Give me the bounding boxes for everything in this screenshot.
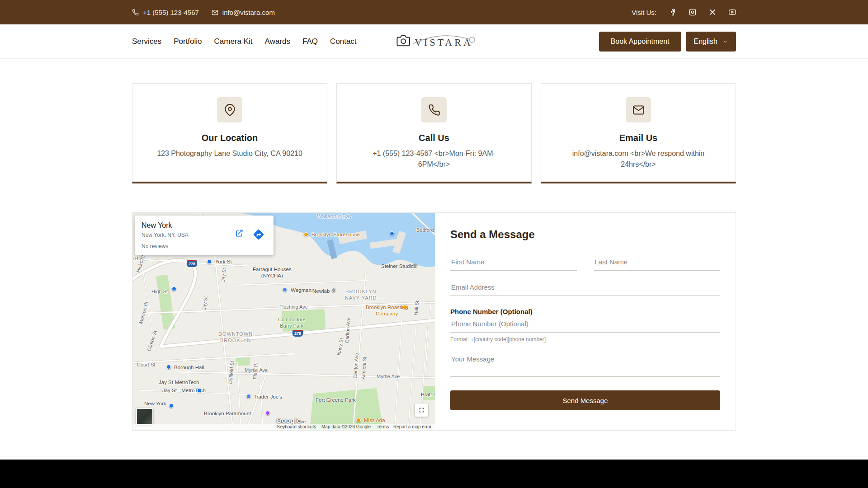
map-marker[interactable] [403,305,407,310]
camera-icon [395,34,411,49]
instagram-icon[interactable] [689,9,696,16]
map-pin-icon [224,104,236,116]
map-attribution-bar: Keyboard shortcuts Map data ©2026 Google… [132,424,435,430]
last-name-input[interactable] [594,253,721,271]
nav-link-camera-kit[interactable]: Camera Kit [214,37,253,46]
language-label: English [694,38,717,46]
book-appointment-button[interactable]: Book Appointment [599,32,681,52]
directions-icon[interactable] [253,229,264,240]
fullscreen-icon [418,406,425,414]
place-subtitle: New York, NY, USA [142,232,189,238]
map-marker[interactable] [390,231,394,236]
phone-input[interactable] [450,315,720,333]
card-title: Email Us [551,133,726,143]
map-marker[interactable] [331,288,336,292]
form-title: Send a Message [450,228,720,241]
map-marker[interactable] [265,411,270,415]
terms-link[interactable]: Terms [377,424,389,429]
nav-links: Services Portfolio Camera Kit Awards FAQ… [132,37,357,46]
nav-link-portfolio[interactable]: Portfolio [174,37,202,46]
mail-icon [212,9,218,16]
nav-link-faq[interactable]: FAQ [302,37,318,46]
phone-label: Phone Number (Optional) [450,308,720,315]
topbar-phone-text: +1 (555) 123-4567 [143,9,199,16]
navbar: Services Portfolio Camera Kit Awards FAQ… [0,24,868,59]
nav-link-contact[interactable]: Contact [330,37,357,46]
mail-icon [632,104,645,116]
place-title: New York [142,221,189,230]
topbar-email-text: info@vistara.com [222,9,275,16]
card-icon-box [217,97,242,122]
map-marker[interactable] [246,394,251,399]
call-card: Call Us +1 (555) 123-4567 <br>Mon-Fri: 9… [336,83,532,183]
map-marker[interactable] [197,388,202,393]
card-icon-box [421,97,447,122]
footer-divider [0,456,868,456]
chevron-down-icon [723,39,728,44]
map-marker[interactable] [169,404,174,408]
card-text: 123 Photography Lane Studio City, CA 902… [155,148,304,159]
place-reviews-link[interactable]: No reviews [142,243,189,249]
phone-icon [428,104,440,116]
email-card: Email Us info@vistara.com <br>We respond… [541,83,736,183]
map-marker[interactable] [356,418,361,422]
card-title: Call Us [347,133,521,143]
email-input[interactable] [450,279,720,296]
footer [0,460,868,488]
view-larger-map-icon[interactable] [235,229,244,238]
map-marker[interactable] [207,259,212,264]
brand-wordmark: VISTARA [415,35,473,48]
phone-icon [132,9,139,16]
card-text: +1 (555) 123-4567 <br>Mon-Fri: 9AM-6PM</… [359,148,509,170]
map-marker[interactable] [413,263,417,267]
keyboard-shortcuts-link[interactable]: Keyboard shortcuts [277,424,316,429]
footer-spacer [0,431,868,456]
card-title: Our Location [142,133,317,143]
google-map[interactable]: Wallabout BayBedfordBrooklyn StorehouseS… [132,213,435,430]
map-marker[interactable] [304,232,308,237]
map-marker[interactable] [166,365,171,369]
nav-link-awards[interactable]: Awards [265,37,290,46]
map-form-section: Wallabout BayBedfordBrooklyn StorehouseS… [132,212,736,431]
visit-us-label: Visit Us: [632,9,656,16]
map-place-card: New York New York, NY, USA No reviews [135,216,274,255]
brand-logo[interactable]: VISTARA [395,34,473,49]
send-message-button[interactable]: Send Message [450,390,720,410]
brand-swoosh [412,33,479,47]
fullscreen-button[interactable] [415,404,428,417]
card-text: info@vistara.com <br>We respond within 2… [564,148,713,170]
facebook-icon[interactable] [669,9,676,16]
satellite-toggle-thumbnail[interactable] [136,408,153,425]
map-data-text: Map data ©2026 Google [321,424,371,429]
language-dropdown[interactable]: English [686,32,736,52]
topbar: +1 (555) 123-4567 info@vistara.com Visit… [0,0,868,24]
location-card: Our Location 123 Photography Lane Studio… [132,83,327,183]
topbar-email[interactable]: info@vistara.com [212,9,275,16]
first-name-input[interactable] [450,253,577,271]
contact-info-cards: Our Location 123 Photography Lane Studio… [132,83,736,183]
topbar-phone[interactable]: +1 (555) 123-4567 [132,9,199,16]
youtube-icon[interactable] [729,9,736,16]
contact-form: Send a Message Phone Number (Optional) F… [435,213,736,430]
map-marker[interactable] [172,286,176,291]
x-twitter-icon[interactable] [709,9,716,16]
message-input[interactable] [450,351,720,377]
phone-format-hint: Format: +[country code][phone number] [450,336,720,343]
report-map-error-link[interactable]: Report a map error [393,424,431,429]
google-logo[interactable]: Google [276,417,301,424]
card-icon-box [626,97,651,122]
map-marker[interactable] [283,287,287,292]
nav-link-services[interactable]: Services [132,37,161,46]
